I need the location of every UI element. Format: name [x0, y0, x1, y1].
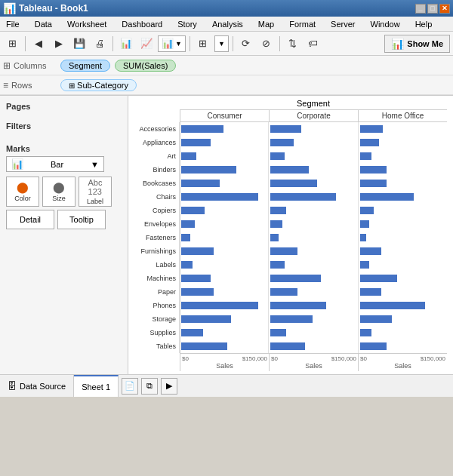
bar-row: Phones [180, 299, 447, 312]
toolbar-pause-button[interactable]: ⊘ [257, 35, 276, 53]
data-source-label: Data Source [20, 382, 66, 391]
menu-server[interactable]: Server [328, 18, 358, 30]
show-me-button[interactable]: 📊 Show Me [384, 35, 450, 53]
bar [270, 302, 325, 309]
toolbar-sort-button[interactable]: ⇅ [284, 35, 302, 53]
rows-pill-subcategory[interactable]: ⊞ Sub-Category [60, 79, 137, 91]
toolbar-forward-button[interactable]: ▶ [50, 35, 68, 53]
menu-dashboard[interactable]: Dashboard [119, 18, 165, 30]
bar-panel [268, 326, 357, 339]
bar [270, 207, 285, 214]
label-button[interactable]: Abc123 Label [79, 177, 112, 207]
bar [360, 329, 371, 336]
rows-icon: ≡ [3, 80, 8, 91]
toolbar-label-button[interactable]: 🏷 [304, 35, 322, 53]
sheet1-label: Sheet 1 [82, 382, 110, 392]
workspace: Pages Filters Marks 📊 Bar ▼ ⬤ Color ⬤ Si… [0, 96, 453, 374]
menu-data[interactable]: Data [32, 18, 55, 30]
menu-analysis[interactable]: Analysis [209, 18, 246, 30]
present-icon: ▶ [166, 381, 172, 391]
bar-row: Chairs [180, 190, 447, 204]
bar-panel [358, 312, 447, 326]
menu-story[interactable]: Story [174, 18, 200, 30]
dup-sheet-button[interactable]: ⧉ [141, 378, 158, 395]
axis-label-150-3: $150,000 [421, 355, 445, 362]
toolbar-chart2-button[interactable]: 📈 [137, 35, 156, 53]
label-icon: Abc123 [88, 178, 103, 196]
marks-section: Marks 📊 Bar ▼ ⬤ Color ⬤ Size Abc123 Labe… [6, 144, 122, 229]
present-button[interactable]: ▶ [161, 378, 177, 395]
toolbar-home-button[interactable]: ⊞ [3, 35, 21, 53]
toolbar-refresh-button[interactable]: ⟳ [237, 35, 255, 53]
datasource-combo[interactable]: ▼ [214, 35, 229, 52]
menu-map[interactable]: Map [255, 18, 277, 30]
bar-panel [268, 231, 357, 244]
menu-worksheet[interactable]: Worksheet [64, 18, 109, 30]
menu-window[interactable]: Window [368, 18, 403, 30]
menu-bar: File Data Worksheet Dashboard Story Anal… [0, 17, 453, 32]
axis-label-0-1: $0 [182, 355, 189, 362]
close-button[interactable]: ✕ [439, 4, 450, 14]
bar [360, 234, 366, 241]
toolbar-back-button[interactable]: ◀ [29, 35, 48, 53]
bar-panel [179, 339, 268, 353]
bar [360, 342, 387, 350]
tooltip-label: Tooltip [69, 215, 94, 224]
bar [360, 125, 384, 133]
bar-row: Supplies [180, 326, 447, 339]
show-me-icon: 📊 [391, 38, 404, 50]
sheet1-tab[interactable]: Sheet 1 [74, 375, 119, 397]
bar-panel [358, 231, 447, 244]
bar-panel [358, 285, 447, 299]
bar-label: Supplies [135, 329, 179, 336]
bar-row: Envelopes [180, 217, 447, 231]
bar [181, 302, 258, 309]
toolbar-print-button[interactable]: 🖨 [91, 35, 109, 53]
toolbar-datasource-button[interactable]: ⊞ [194, 35, 212, 53]
chart-area: Segment Consumer Corporate Home Office A… [128, 96, 453, 374]
bar-panel [358, 272, 447, 285]
detail-label: Detail [20, 215, 41, 224]
bar-panel [268, 149, 357, 163]
bar [181, 261, 193, 269]
bar [360, 247, 382, 255]
bar-label: Paper [135, 288, 179, 296]
bar [270, 247, 297, 255]
toolbar-chart1-button[interactable]: 📊 [117, 35, 135, 53]
columns-shelf: ⊞ Columns Segment SUM(Sales) [0, 56, 453, 75]
toolbar-separator-4 [233, 36, 233, 51]
bar [360, 302, 426, 309]
toolbar-save-button[interactable]: 💾 [70, 35, 88, 53]
menu-format[interactable]: Format [286, 18, 319, 30]
bar-panel [268, 177, 357, 190]
detail-button[interactable]: Detail [6, 210, 54, 229]
axis-title-3: Sales [359, 362, 447, 370]
size-label: Size [52, 195, 66, 202]
bar-panel [179, 326, 268, 339]
color-label: Color [14, 195, 31, 202]
columns-pill-sales[interactable]: SUM(Sales) [115, 60, 176, 72]
maximize-button[interactable]: □ [427, 4, 438, 14]
bar-label: Accessories [135, 125, 179, 133]
chart-type-combo[interactable]: 📊 ▼ [158, 35, 186, 52]
bar [181, 125, 223, 133]
bar [360, 207, 374, 214]
bar-row: Accessories [180, 122, 447, 136]
bar [181, 288, 214, 296]
minimize-button[interactable]: _ [415, 4, 426, 14]
bar [360, 315, 393, 323]
data-source-tab[interactable]: 🗄 Data Source [0, 375, 74, 397]
size-button[interactable]: ⬤ Size [42, 177, 76, 207]
color-button[interactable]: ⬤ Color [6, 177, 39, 207]
columns-pill-segment[interactable]: Segment [60, 60, 110, 72]
menu-help[interactable]: Help [412, 18, 436, 30]
tooltip-button[interactable]: Tooltip [57, 210, 106, 229]
axis-label-0-2: $0 [271, 355, 278, 362]
new-sheet-button[interactable]: 📄 [122, 378, 138, 395]
mark-type-dropdown[interactable]: 📊 Bar ▼ [6, 156, 104, 172]
toolbar: ⊞ ◀ ▶ 💾 🖨 📊 📈 📊 ▼ ⊞ ▼ ⟳ ⊘ ⇅ 🏷 📊 Show Me [0, 32, 453, 56]
bar [181, 152, 196, 160]
bar-panel [358, 177, 447, 190]
filters-title: Filters [6, 121, 122, 131]
menu-file[interactable]: File [3, 18, 23, 30]
